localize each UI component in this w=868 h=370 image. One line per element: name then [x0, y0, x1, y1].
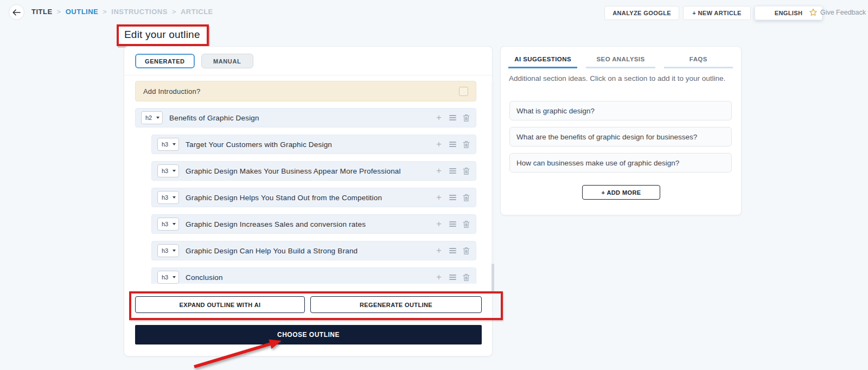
breadcrumb-link[interactable]: ARTICLE — [181, 8, 213, 16]
row-actions: + — [435, 220, 470, 228]
add-section-button[interactable]: + — [435, 273, 443, 282]
outline-scrollbar[interactable] — [492, 81, 494, 294]
heading-level-select-control[interactable]: h3 — [157, 138, 179, 151]
heading-level-select: h3 — [157, 218, 179, 231]
outline-row-title[interactable]: Graphic Design Makes Your Business Appea… — [186, 167, 401, 175]
outline-row: h3 Conclusion + — [151, 267, 476, 284]
outline-mode-tab[interactable]: GENERATED — [135, 54, 195, 68]
outline-row-title[interactable]: Conclusion — [186, 273, 223, 282]
drag-handle-icon[interactable] — [448, 140, 457, 149]
back-button[interactable] — [9, 4, 24, 20]
breadcrumb-link[interactable]: INSTRUCTIONS — [111, 8, 168, 16]
heading-level-select-control[interactable]: h3 — [157, 271, 179, 284]
add-more-button[interactable]: + ADD MORE — [582, 185, 660, 200]
row-actions: + — [435, 193, 470, 202]
outline-mode-tabs: GENERATED MANUAL — [135, 54, 253, 68]
page-title-annotation-box: Edit your outline — [117, 24, 209, 46]
row-actions: + — [435, 113, 470, 122]
heading-level-select: h2 — [141, 111, 163, 124]
add-introduction-checkbox[interactable] — [459, 87, 468, 96]
heading-level-select: h3 — [157, 191, 179, 204]
outline-panel: GENERATED MANUAL Add Introduction? h2 — [124, 46, 493, 356]
outline-row-title[interactable]: Benefits of Graphic Design — [169, 114, 259, 122]
add-section-button[interactable]: + — [435, 220, 443, 228]
drag-handle-icon[interactable] — [448, 193, 457, 202]
expand-outline-button[interactable]: EXPAND OUTLINE WITH AI — [135, 296, 305, 313]
delete-section-button[interactable] — [462, 113, 470, 122]
suggestion-item[interactable]: What are the benefits of graphic design … — [509, 127, 732, 146]
top-actions: ANALYZE GOOGLE + NEW ARTICLE ENGLISH Giv… — [604, 6, 822, 20]
heading-level-select: h3 — [157, 164, 179, 177]
outline-row: h3 Graphic Design Increases Sales and co… — [151, 214, 476, 234]
suggestions-description: Additional section ideas. Click on a sec… — [509, 73, 732, 84]
suggestion-item[interactable]: How can businesses make use of graphic d… — [509, 153, 732, 173]
top-bar: TITLE > OUTLINE > INSTRUCTIONS > ARTICLE… — [0, 0, 868, 26]
outline-row-title[interactable]: Target Your Customers with Graphic Desig… — [186, 141, 332, 149]
page-title: Edit your outline — [124, 29, 200, 41]
heading-level-select-control[interactable]: h3 — [157, 218, 179, 231]
row-actions: + — [435, 273, 470, 282]
heading-level-select-control[interactable]: h3 — [157, 164, 179, 177]
breadcrumb-item: OUTLINE > — [66, 8, 107, 16]
breadcrumb-link[interactable]: OUTLINE — [66, 8, 99, 16]
outline-row-title[interactable]: Graphic Design Helps You Stand Out from … — [186, 194, 382, 202]
delete-section-button[interactable] — [462, 167, 470, 175]
delete-section-button[interactable] — [462, 246, 470, 255]
outline-row-title[interactable]: Graphic Design Can Help You Build a Stro… — [186, 247, 358, 255]
star-icon — [809, 8, 818, 17]
outline-mode-tab[interactable]: MANUAL — [201, 54, 253, 68]
choose-outline-button[interactable]: CHOOSE OUTLINE — [135, 325, 482, 345]
drag-handle-icon[interactable] — [448, 273, 457, 282]
add-introduction-row[interactable]: Add Introduction? — [135, 81, 476, 101]
drag-handle-icon[interactable] — [448, 246, 457, 255]
add-section-button[interactable]: + — [435, 140, 443, 149]
row-actions: + — [435, 140, 470, 149]
add-section-button[interactable]: + — [435, 113, 443, 122]
heading-level-select-control[interactable]: h3 — [157, 244, 179, 257]
add-section-button[interactable]: + — [435, 246, 443, 255]
delete-section-button[interactable] — [462, 193, 470, 202]
drag-handle-icon[interactable] — [448, 220, 457, 228]
breadcrumb-item: INSTRUCTIONS > — [111, 8, 176, 16]
outline-rows: h2 Benefits of Graphic Design + — [135, 108, 476, 284]
suggestions-tab[interactable]: FAQS — [664, 52, 733, 68]
drag-handle-icon[interactable] — [448, 113, 457, 122]
heading-level-select-control[interactable]: h2 — [141, 111, 163, 124]
outline-row: h2 Benefits of Graphic Design + — [135, 108, 476, 127]
delete-section-button[interactable] — [462, 220, 470, 228]
heading-level-select: h3 — [157, 138, 179, 151]
suggestions-tab[interactable]: SEO ANALYSIS — [586, 52, 655, 68]
outline-list-area: Add Introduction? h2 Benefits of Graphic… — [135, 81, 476, 284]
breadcrumb-separator: > — [172, 8, 176, 16]
arrow-left-icon — [12, 9, 21, 16]
analyze-google-button[interactable]: ANALYZE GOOGLE — [604, 6, 679, 20]
outline-scrollbar-thumb[interactable] — [492, 264, 494, 294]
suggestions-tab[interactable]: AI SUGGESTIONS — [508, 52, 577, 68]
panel-divider — [124, 75, 492, 75]
outline-editor-page: TITLE > OUTLINE > INSTRUCTIONS > ARTICLE… — [0, 0, 868, 370]
give-feedback-button[interactable]: Give Feedback — [809, 8, 866, 17]
suggestions-panel: AI SUGGESTIONS SEO ANALYSIS FAQS Additio… — [500, 46, 742, 215]
add-section-button[interactable]: + — [435, 193, 443, 202]
breadcrumb-item: ARTICLE > — [181, 8, 213, 16]
heading-level-select-control[interactable]: h3 — [157, 191, 179, 204]
outline-row-title[interactable]: Graphic Design Increases Sales and conve… — [186, 220, 366, 228]
regenerate-outline-button[interactable]: REGENERATE OUTLINE — [310, 296, 482, 313]
outline-row: h3 Graphic Design Makes Your Business Ap… — [151, 161, 476, 181]
outline-row: h3 Target Your Customers with Graphic De… — [151, 135, 476, 154]
give-feedback-label: Give Feedback — [820, 9, 866, 16]
row-actions: + — [435, 246, 470, 255]
breadcrumb: TITLE > OUTLINE > INSTRUCTIONS > ARTICLE… — [31, 8, 213, 16]
add-section-button[interactable]: + — [435, 167, 443, 175]
heading-level-select: h3 — [157, 271, 179, 284]
breadcrumb-link[interactable]: TITLE — [31, 8, 53, 16]
suggestions-list: What is graphic design? What are the ben… — [509, 101, 732, 179]
drag-handle-icon[interactable] — [448, 167, 457, 175]
delete-section-button[interactable] — [462, 140, 470, 149]
row-actions: + — [435, 167, 470, 175]
delete-section-button[interactable] — [462, 273, 470, 282]
new-article-button[interactable]: + NEW ARTICLE — [683, 6, 751, 20]
heading-level-select: h3 — [157, 244, 179, 257]
breadcrumb-item: TITLE > — [31, 8, 61, 16]
suggestion-item[interactable]: What is graphic design? — [509, 101, 732, 120]
